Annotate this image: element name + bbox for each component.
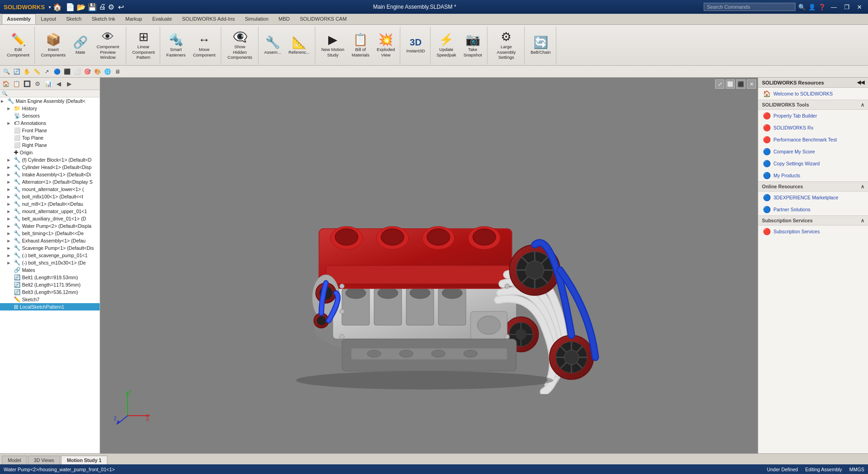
- open-icon[interactable]: 📂: [77, 3, 86, 11]
- smart-fasteners-button[interactable]: 🔩 SmartFasteners: [163, 28, 189, 63]
- take-snapshot-button[interactable]: 📷 TakeSnapshot: [460, 28, 485, 63]
- tree-item-cylinder-head[interactable]: ▶ 🔧 Cylinder Head<1> (Default<Disp: [0, 164, 100, 171]
- reference-button[interactable]: 📐 Referenc...: [285, 28, 313, 63]
- title-menu-icon[interactable]: ▾: [49, 5, 51, 10]
- tab-evaluate[interactable]: Evaluate: [147, 14, 177, 24]
- belt-chain-button[interactable]: 🔄 Belt/Chain: [527, 28, 554, 63]
- tree-item-bolt[interactable]: ▶ 🔧 bolt_m8x100<1> (Default<<t: [0, 193, 100, 200]
- benchmark-link[interactable]: 🔴 Performance Benchmark Test: [758, 134, 868, 146]
- solidworks-tools-section-header[interactable]: SOLIDWORKS Tools ∧: [758, 100, 868, 110]
- tree-item-water-pump[interactable]: ▶ 🔧 Water Pump<2> (Default<Displa: [0, 222, 100, 230]
- panel-prev-icon[interactable]: ◀: [54, 79, 64, 89]
- sec-btn-section[interactable]: 🎯: [83, 67, 92, 76]
- search-commands-input[interactable]: [704, 3, 795, 11]
- sec-btn-hidden[interactable]: ⬜: [73, 67, 82, 76]
- bom-button[interactable]: 📋 Bill ofMaterials: [348, 28, 373, 63]
- help-icon[interactable]: ❓: [818, 4, 826, 11]
- my-products-link[interactable]: 🔵 My Products: [758, 169, 868, 181]
- 3dexperience-link[interactable]: 🔵 3DEXPERIENCE Marketplace: [758, 192, 868, 203]
- save-icon[interactable]: 💾: [88, 3, 97, 11]
- tab-model[interactable]: Model: [2, 456, 27, 464]
- panel-next-icon[interactable]: ▶: [64, 79, 74, 89]
- tab-assembly[interactable]: Assembly: [2, 14, 36, 24]
- tree-item-mates[interactable]: 🔗 Mates: [0, 266, 100, 274]
- sec-btn-pan[interactable]: ✋: [22, 67, 31, 76]
- property-tab-builder-link[interactable]: 🔴 Property Tab Builder: [758, 110, 868, 122]
- large-assembly-button[interactable]: ⚙ Large AssemblySettings: [490, 28, 522, 63]
- tree-item-scavenge-pump[interactable]: ▶ 🔧 Scavenge Pump<1> (Default<Dis: [0, 244, 100, 252]
- undo-icon[interactable]: ↩: [118, 3, 124, 11]
- user-icon[interactable]: 👤: [808, 4, 816, 11]
- tab-layout[interactable]: Layout: [36, 14, 61, 24]
- insert-components-button[interactable]: 📦 InsertComponents: [38, 28, 69, 63]
- new-motion-button[interactable]: ▶ New MotionStudy: [318, 28, 347, 63]
- assem-button[interactable]: 🔧 Assem...: [261, 28, 285, 63]
- home-icon[interactable]: 🏠: [53, 3, 62, 11]
- tree-item-mount-upper[interactable]: ▶ 🔧 mount_alternator_upper_01<1: [0, 208, 100, 215]
- move-component-button[interactable]: ↔ MoveComponent: [190, 28, 218, 63]
- update-speedpak-button[interactable]: ⚡ UpdateSpeedpak: [433, 28, 459, 63]
- show-hidden-button[interactable]: 👁‍🗨 Show HiddenComponents: [224, 28, 256, 63]
- tab-cam[interactable]: SOLIDWORKS CAM: [295, 14, 352, 24]
- tree-item-nut[interactable]: ▶ 🔧 nut_m8<1> (Default<<Defau: [0, 200, 100, 208]
- viewport-split-v-btn[interactable]: ⬛: [736, 79, 745, 89]
- viewport-expand-btn[interactable]: ⤢: [715, 79, 724, 89]
- tab-sketchink[interactable]: Sketch Ink: [87, 14, 120, 24]
- exploded-view-button[interactable]: 💥 ExplodedView: [374, 28, 398, 63]
- tree-item-belt-timing[interactable]: ▶ 🔧 belt_timing<1> (Default<<De: [0, 230, 100, 237]
- compare-score-link[interactable]: 🔵 Compare My Score: [758, 146, 868, 158]
- panel-chart-icon[interactable]: 📊: [43, 79, 53, 89]
- tree-item-belt2[interactable]: 🔄 Belt2 (Length=1171.95mm): [0, 281, 100, 288]
- search-icon[interactable]: 🔍: [798, 4, 806, 11]
- tree-item-alternator[interactable]: ▶ 🔧 Alternator<1> (Default<Display S: [0, 178, 100, 186]
- new-icon[interactable]: 📄: [66, 3, 75, 11]
- options-icon[interactable]: ⚙: [108, 3, 114, 11]
- edit-component-button[interactable]: ✏️ EditComponent: [4, 28, 33, 63]
- sec-btn-select[interactable]: ↗: [42, 67, 51, 76]
- tree-item-intake-assembly[interactable]: ▶ 🔧 Intake Assembly<1> (Default<Di: [0, 171, 100, 178]
- tree-item-mount-lower[interactable]: ▶ 🔧 mount_alternator_lower<1> (: [0, 186, 100, 193]
- viewport-split-h-btn[interactable]: ⬜: [726, 79, 735, 89]
- instant3d-button[interactable]: 3D Instant3D: [403, 28, 428, 63]
- partner-solutions-link[interactable]: 🔵 Partner Solutions: [758, 203, 868, 215]
- tab-simulation[interactable]: Simulation: [240, 14, 273, 24]
- solidworks-rx-link[interactable]: 🔴 SOLIDWORKS Rx: [758, 122, 868, 134]
- sec-btn-display[interactable]: 🖥: [113, 67, 122, 76]
- tree-item-origin[interactable]: ✚ Origin: [0, 149, 100, 156]
- panel-home-icon[interactable]: 🏠: [1, 79, 11, 89]
- tab-sketch[interactable]: Sketch: [61, 14, 87, 24]
- tree-item-bolt-shcs[interactable]: ▶ 🔧 (-) bolt_shcs_m10x30<1> (De: [0, 259, 100, 266]
- print-icon[interactable]: 🖨: [99, 3, 106, 11]
- tree-item-annotations[interactable]: ▶ 🏷 Annotations: [0, 119, 100, 127]
- tree-item-right-plane[interactable]: ⬜ Right Plane: [0, 141, 100, 149]
- subscription-services-link[interactable]: 🔴 Subscription Services: [758, 226, 868, 237]
- panel-collapse-left-icon[interactable]: ◀◀: [857, 79, 864, 85]
- linear-pattern-button[interactable]: ⊞ LinearComponentPattern: [129, 28, 158, 63]
- 3d-viewport[interactable]: Y X Z ⤢ ⬜ ⬛ ✕: [100, 78, 758, 453]
- tree-item-main-assembly[interactable]: ▶ 🔧 Main Engine Assembly (Default<: [0, 97, 100, 105]
- tree-item-local-pattern[interactable]: ⊞ LocalSketchPattern1: [0, 303, 100, 310]
- panel-list-icon[interactable]: 📋: [11, 79, 22, 89]
- tree-item-history[interactable]: ▶ 📁 History: [0, 105, 100, 112]
- component-preview-button[interactable]: 👁 ComponentPreview Window: [92, 28, 124, 63]
- tree-item-belt1[interactable]: 🔄 Belt1 (Length=919.53mm): [0, 274, 100, 281]
- tree-item-sketch7[interactable]: ✏️ Sketch7: [0, 296, 100, 303]
- sec-btn-zoom[interactable]: 🔍: [2, 67, 11, 76]
- tree-item-belt3[interactable]: 🔄 Belt3 (Length=536.12mm): [0, 288, 100, 296]
- online-resources-section-header[interactable]: Online Resources ∧: [758, 181, 868, 192]
- sec-btn-view[interactable]: 🌐: [103, 67, 112, 76]
- tab-markup[interactable]: Markup: [120, 14, 147, 24]
- tree-item-cylinder-block[interactable]: ▶ 🔧 (f) Cylinder Block<1> (Default<D: [0, 156, 100, 164]
- tree-item-belt-scavenge[interactable]: ▶ 🔧 (-) belt_scavenge_pump_01<1: [0, 252, 100, 259]
- sec-btn-measure[interactable]: 📏: [32, 67, 41, 76]
- tab-motion-study[interactable]: Motion Study 1: [61, 456, 107, 464]
- tab-3d-views[interactable]: 3D Views: [28, 456, 60, 464]
- tab-addins[interactable]: SOLIDWORKS Add-Ins: [177, 14, 240, 24]
- minimize-button[interactable]: —: [829, 4, 839, 11]
- panel-properties-icon[interactable]: 🔲: [22, 79, 32, 89]
- sec-btn-rotate[interactable]: 🔄: [12, 67, 21, 76]
- tree-item-belt-aux[interactable]: ▶ 🔧 belt_auxiliary_drive_01<1> (D: [0, 215, 100, 222]
- welcome-link[interactable]: 🏠 Welcome to SOLIDWORKS: [758, 88, 868, 100]
- tree-item-front-plane[interactable]: ⬜ Front Plane: [0, 127, 100, 134]
- tab-mbd[interactable]: MBD: [274, 14, 295, 24]
